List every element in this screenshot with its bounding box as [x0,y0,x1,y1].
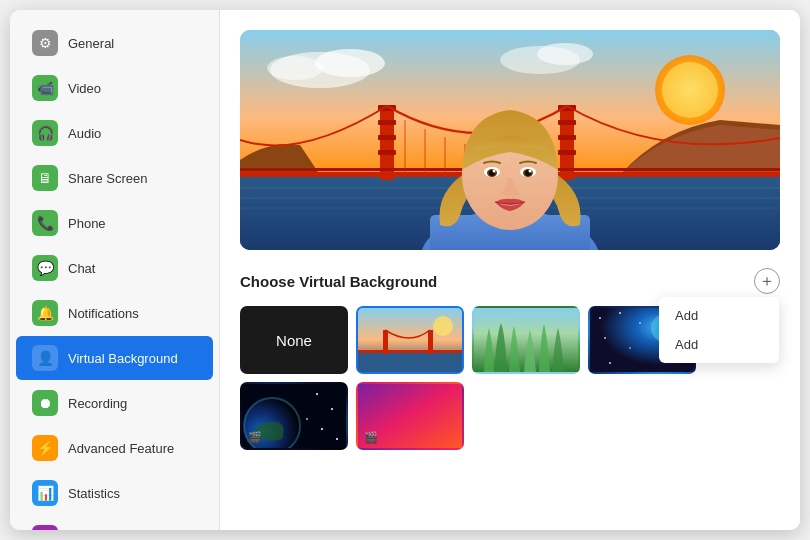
bg-thumb-golden-gate[interactable] [356,306,464,374]
svg-rect-14 [378,120,396,125]
dropdown-menu: Add Add [659,297,779,363]
sidebar-item-phone[interactable]: 📞Phone [16,201,213,245]
svg-point-59 [609,362,611,364]
sidebar-item-virtual-background[interactable]: 👤Virtual Background [16,336,213,380]
svg-rect-16 [378,150,396,155]
svg-rect-15 [378,135,396,140]
svg-point-2 [662,62,718,118]
bg-thumb-none[interactable]: None [240,306,348,374]
sidebar-item-share-screen[interactable]: 🖥Share Screen [16,156,213,200]
svg-point-65 [321,428,323,430]
sidebar-item-statistics[interactable]: 📊Statistics [16,471,213,515]
sidebar-item-label-video: Video [68,81,101,96]
general-icon: ⚙ [32,30,58,56]
sidebar-item-label-statistics: Statistics [68,486,120,501]
sidebar-item-label-chat: Chat [68,261,95,276]
video-indicator-icon-2: 🎬 [364,431,378,444]
svg-rect-20 [558,135,576,140]
sidebar-item-label-phone: Phone [68,216,106,231]
svg-rect-49 [358,350,462,353]
svg-point-63 [316,393,318,395]
sidebar-item-label-audio: Audio [68,126,101,141]
preview-container [240,30,780,250]
dropdown-item-2[interactable]: Add [659,330,779,359]
sidebar-item-notifications[interactable]: 🔔Notifications [16,291,213,335]
notifications-icon: 🔔 [32,300,58,326]
sidebar-item-label-notifications: Notifications [68,306,139,321]
bg-thumb-nature[interactable] [472,306,580,374]
svg-point-46 [433,316,453,336]
video-icon: 📹 [32,75,58,101]
app-window: ⚙General📹Video🎧Audio🖥Share Screen📞Phone💬… [10,10,800,530]
add-circle-button[interactable]: ＋ Add Add [754,268,780,294]
svg-point-54 [599,317,601,319]
svg-rect-21 [558,150,576,155]
svg-point-42 [493,170,496,173]
sidebar-item-label-share-screen: Share Screen [68,171,148,186]
svg-point-64 [331,408,333,410]
recording-icon: ⏺ [32,390,58,416]
svg-rect-19 [558,120,576,125]
share-screen-icon: 🖥 [32,165,58,191]
statistics-icon: 📊 [32,480,58,506]
audio-icon: 🎧 [32,120,58,146]
section-title: Choose Virtual Background [240,273,437,290]
main-content: Choose Virtual Background ＋ Add Add None [220,10,800,530]
phone-icon: 📞 [32,210,58,236]
svg-point-58 [629,347,631,349]
virtual-background-icon: 👤 [32,345,58,371]
sidebar-item-recording[interactable]: ⏺Recording [16,381,213,425]
sidebar-item-label-recording: Recording [68,396,127,411]
svg-point-43 [529,170,532,173]
advanced-icon: ⚡ [32,435,58,461]
svg-point-4 [315,49,385,77]
svg-point-55 [619,312,621,314]
feedback-icon: 💭 [32,525,58,530]
sidebar-item-general[interactable]: ⚙General [16,21,213,65]
sidebar-item-video[interactable]: 📹Video [16,66,213,110]
svg-rect-45 [358,350,462,372]
svg-point-66 [336,438,338,440]
sidebar-item-feedback[interactable]: 💭Feedback [16,516,213,530]
section-header: Choose Virtual Background ＋ Add Add [240,268,780,294]
sidebar-item-label-general: General [68,36,114,51]
sidebar-item-label-advanced: Advanced Feature [68,441,174,456]
sidebar-item-advanced[interactable]: ⚡Advanced Feature [16,426,213,470]
chat-icon: 💬 [32,255,58,281]
svg-point-7 [537,43,593,65]
svg-point-67 [306,418,308,420]
plus-icon: ＋ [759,271,775,292]
svg-point-56 [639,322,641,324]
sidebar-item-audio[interactable]: 🎧Audio [16,111,213,155]
sidebar: ⚙General📹Video🎧Audio🖥Share Screen📞Phone💬… [10,10,220,530]
video-indicator-icon: 🎬 [248,431,262,444]
bg-thumb-purple[interactable]: 🎬 [356,382,464,450]
none-label: None [276,332,312,349]
svg-point-57 [604,337,606,339]
sidebar-item-label-virtual-background: Virtual Background [68,351,178,366]
dropdown-item-1[interactable]: Add [659,301,779,330]
bg-thumb-earth[interactable]: 🎬 [240,382,348,450]
svg-point-5 [267,56,323,80]
sidebar-item-chat[interactable]: 💬Chat [16,246,213,290]
